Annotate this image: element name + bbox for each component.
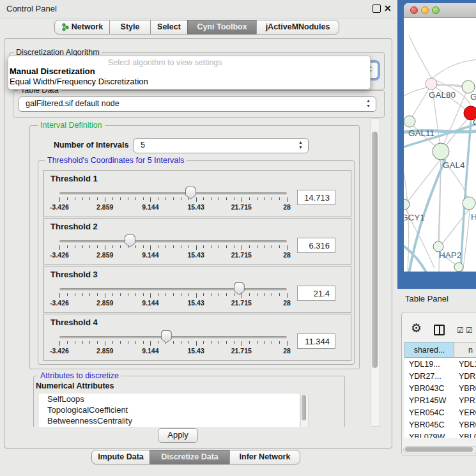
scrollbar-thumb[interactable] <box>405 447 473 452</box>
menu-item-manual-discretization[interactable]: Manual Discretization <box>10 66 95 76</box>
minor-tick <box>135 341 136 344</box>
cell-name[interactable]: YPR1 <box>454 395 476 407</box>
minor-tick <box>173 197 174 200</box>
network-graph: GAL80GACGAL11GAL4GCY1HHAP2 <box>404 18 476 272</box>
slider-thumb[interactable] <box>125 234 135 247</box>
minor-tick <box>165 197 166 200</box>
table-data-combobox[interactable]: galFiltered.sif default node ▲▼ <box>19 96 376 112</box>
minor-tick <box>272 341 272 344</box>
list-item[interactable]: SelfLoops <box>39 394 300 404</box>
minor-tick <box>264 197 265 200</box>
screenshot-root: Control Panel ✕ NetworkStyleSelectCyni T… <box>0 0 476 476</box>
cell-shared-name[interactable]: YBR045C <box>404 419 454 431</box>
minor-tick <box>211 293 211 296</box>
minor-tick <box>257 341 257 344</box>
bottom-tab-discretize-data[interactable]: Discretize Data <box>150 450 230 464</box>
column-header-shared-name[interactable]: shared... <box>404 342 454 358</box>
threshold-value-field[interactable]: 14.713 <box>297 190 335 205</box>
tick-label: -3.426 <box>39 299 80 307</box>
cell-name[interactable]: YDR2 <box>454 371 476 383</box>
minor-tick <box>120 341 121 344</box>
slider-track[interactable] <box>59 336 287 339</box>
table-row[interactable]: YBL079WYBL0 <box>404 431 476 438</box>
bottom-tab-impute-data[interactable]: Impute Data <box>91 450 150 464</box>
slider-thumb-face <box>186 187 196 199</box>
major-tick <box>242 341 242 346</box>
cell-name[interactable]: YBL0 <box>454 431 476 438</box>
combo-stepper-icon[interactable]: ▲▼ <box>365 98 371 109</box>
minor-tick <box>75 197 75 200</box>
network-node[interactable] <box>404 199 410 210</box>
algorithm-prompt: Select algorithm to view settings <box>108 58 222 67</box>
network-node[interactable] <box>404 116 415 127</box>
cell-name[interactable]: YBR0 <box>454 383 476 395</box>
tick-label: 21.715 <box>221 347 262 355</box>
table-row[interactable]: YDR27...YDR2 <box>404 371 476 383</box>
close-traffic-light-icon[interactable] <box>410 6 418 14</box>
cell-shared-name[interactable]: YDR27... <box>404 371 454 383</box>
table-row[interactable]: YER054CYER0 <box>404 407 476 419</box>
minor-tick <box>264 341 265 344</box>
cell-name[interactable]: YER0 <box>454 407 476 419</box>
gear-icon[interactable]: ⚙ <box>411 323 422 334</box>
tab-cyni-toolbox[interactable]: Cyni Toolbox <box>187 20 257 35</box>
cell-shared-name[interactable]: YER054C <box>404 407 454 419</box>
minor-tick <box>279 293 280 296</box>
checkbox-icon[interactable]: ☑ <box>457 326 464 335</box>
major-tick <box>242 245 242 250</box>
bottom-tab-infer-network[interactable]: Infer Network <box>229 450 300 464</box>
cell-shared-name[interactable]: YPR145W <box>404 395 454 407</box>
cell-name[interactable]: YDL1 <box>454 358 476 371</box>
list-item[interactable]: TopologicalCoefficient <box>39 404 300 415</box>
tab-jactivemnodules[interactable]: jActiveMNodules <box>256 20 339 35</box>
cell-shared-name[interactable]: YBL079W <box>404 431 454 438</box>
table-row[interactable]: YBR045CYBR0 <box>404 419 476 431</box>
close-icon[interactable]: ✕ <box>384 3 392 13</box>
minimize-traffic-light-icon[interactable] <box>421 6 429 14</box>
slider-track[interactable] <box>59 192 287 195</box>
network-node[interactable] <box>462 81 475 93</box>
minor-tick <box>89 341 90 344</box>
threshold-value-field[interactable]: 11.344 <box>297 334 335 349</box>
threshold-value-field[interactable]: 6.316 <box>297 238 335 253</box>
network-view-frame: GAL80GACGAL11GAL4GCY1HHAP2 <box>397 0 476 289</box>
cell-shared-name[interactable]: YBR043C <box>404 383 454 395</box>
combo-stepper-icon[interactable]: ▲▼ <box>298 140 303 150</box>
list-item[interactable]: BetweennessCentrality <box>39 415 300 426</box>
float-window-icon[interactable] <box>372 4 381 13</box>
tab-style[interactable]: Style <box>109 20 151 35</box>
slider-thumb[interactable] <box>234 282 245 295</box>
checkbox-icon[interactable]: ☑ <box>466 326 473 335</box>
scrollbar-thumb[interactable] <box>302 395 306 420</box>
network-node[interactable] <box>454 263 463 272</box>
table-horizontal-scrollbar[interactable] <box>403 446 476 454</box>
slider-track[interactable] <box>59 240 287 243</box>
numerical-attributes-list[interactable]: SelfLoopsTopologicalCoefficientBetweenne… <box>39 394 300 427</box>
column-header-name[interactable]: n <box>454 342 476 358</box>
table-row[interactable]: YDL19...YDL1 <box>404 358 476 371</box>
menu-item-equal-width-discretization[interactable]: Equal Width/Frequency Discretization <box>10 77 148 86</box>
slider-thumb[interactable] <box>185 187 196 199</box>
apply-button[interactable]: Apply <box>158 428 198 443</box>
split-panel-icon[interactable] <box>434 325 445 335</box>
network-window-titlebar[interactable] <box>404 3 476 18</box>
cell-shared-name[interactable]: YDL19... <box>404 358 454 371</box>
network-node[interactable] <box>463 197 475 210</box>
slider-track[interactable] <box>59 288 287 291</box>
zoom-traffic-light-icon[interactable] <box>432 6 440 14</box>
table-row[interactable]: YPR145WYPR1 <box>404 395 476 407</box>
num-intervals-combobox[interactable]: 5 ▲▼ <box>134 138 309 153</box>
network-canvas[interactable]: GAL80GACGAL11GAL4GCY1HHAP2 <box>404 18 476 272</box>
slider-thumb[interactable] <box>161 330 172 343</box>
settings-scrollbar[interactable] <box>371 118 380 427</box>
table-row[interactable]: YBR043CYBR0 <box>404 383 476 395</box>
tab-network[interactable]: Network <box>54 20 110 35</box>
attributes-list-scrollbar[interactable] <box>300 394 309 427</box>
table-panel: ⚙ ☑ ☑ shared... n YDL19...YDL1YDR27...YD… <box>401 312 476 456</box>
scrollbar-thumb[interactable] <box>372 132 378 368</box>
threshold-value-field[interactable]: 21.4 <box>297 286 335 301</box>
network-node[interactable] <box>426 78 437 89</box>
network-node[interactable] <box>433 143 449 160</box>
tab-select[interactable]: Select <box>150 20 188 35</box>
cell-name[interactable]: YBR0 <box>454 419 476 431</box>
